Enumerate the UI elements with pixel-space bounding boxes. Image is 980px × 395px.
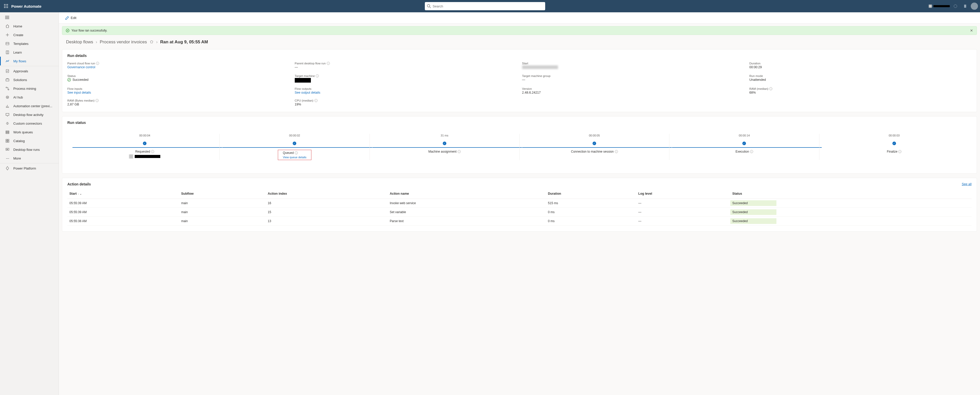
sidebar-item-work-queues[interactable]: Work queues: [0, 128, 59, 136]
sidebar-item-catalog[interactable]: Catalog: [0, 136, 59, 145]
see-all-link[interactable]: See all: [962, 182, 972, 186]
parent-cloud-link[interactable]: Governance control: [67, 66, 290, 69]
sidebar-toggle-icon[interactable]: [0, 14, 59, 22]
info-icon[interactable]: i: [615, 150, 618, 153]
help-icon[interactable]: [961, 2, 969, 10]
sidebar-item-learn[interactable]: Learn: [0, 48, 59, 57]
requester: [129, 154, 160, 158]
sidebar-item-desktop-runs[interactable]: Desktop flow runs: [0, 145, 59, 154]
sidebar-item-connectors[interactable]: Custom connectors: [0, 119, 59, 128]
detail-flow-inputs: Flow inputsSee input details: [67, 87, 290, 94]
svg-rect-5: [7, 6, 8, 6]
avatar[interactable]: [971, 3, 978, 10]
app-launcher-icon[interactable]: [2, 2, 10, 10]
info-icon[interactable]: i: [316, 74, 319, 77]
col-index[interactable]: Action index: [266, 189, 388, 199]
premium-icon: [150, 40, 154, 44]
sidebar-item-power-platform[interactable]: Power Platform: [0, 164, 59, 173]
check-dot-icon: ✓: [443, 142, 446, 145]
queue-icon: [5, 130, 10, 134]
info-icon[interactable]: i: [750, 150, 753, 153]
timeline-duration: 00:00:02: [289, 134, 300, 137]
sidebar-item-solutions[interactable]: Solutions: [0, 75, 59, 84]
solutions-icon: [5, 77, 10, 82]
banner-text: Your flow ran successfully.: [72, 29, 107, 32]
status-badge: Succeeded: [730, 209, 776, 215]
run-status-card: Run status 00:00:04 ✓Requested i00:00:02…: [62, 116, 977, 174]
sidebar-item-home[interactable]: Home: [0, 22, 59, 30]
detail-status: StatusSucceeded: [67, 74, 290, 83]
home-icon: [5, 24, 10, 29]
breadcrumb-root[interactable]: Desktop flows: [66, 40, 93, 45]
info-icon[interactable]: i: [898, 150, 901, 153]
info-icon[interactable]: i: [458, 150, 461, 153]
catalog-icon: [5, 139, 10, 143]
timeline-step: 00:00:14 ✓Execution i: [669, 134, 819, 160]
card-title: Run details: [67, 54, 972, 58]
success-banner: Your flow ran successfully. ✕: [62, 26, 977, 35]
see-input-link[interactable]: See input details: [67, 91, 290, 94]
runs-icon: [5, 147, 10, 152]
sidebar-item-label: Catalog: [13, 139, 25, 143]
sidebar-item-label: Automation center (previ...: [13, 104, 52, 108]
breadcrumb-flow[interactable]: Process vendor invoices: [100, 40, 147, 45]
check-dot-icon: ✓: [293, 142, 296, 145]
info-icon[interactable]: i: [315, 99, 318, 102]
main-content: Edit Your flow ran successfully. ✕ Deskt…: [59, 12, 980, 395]
sidebar-item-label: Templates: [13, 42, 29, 46]
sidebar-item-label: Desktop flow activity: [13, 113, 43, 117]
sidebar-item-more[interactable]: ⋯More: [0, 154, 59, 163]
sidebar-item-label: AI hub: [13, 95, 23, 99]
table-row[interactable]: 05:55:38 AM main 13 Parse text 0 ms — Su…: [67, 217, 972, 226]
detail-version: Version2.48.6.24217: [522, 87, 745, 94]
check-dot-icon: ✓: [742, 142, 746, 145]
sidebar-item-templates[interactable]: Templates: [0, 39, 59, 48]
view-queue-link[interactable]: View queue details: [283, 156, 306, 159]
timeline-label: Finalize i: [887, 150, 901, 154]
svg-rect-34: [8, 139, 9, 141]
svg-rect-23: [6, 79, 9, 81]
svg-rect-4: [6, 6, 6, 6]
col-start[interactable]: Start↓ ⌄: [67, 189, 179, 199]
col-name[interactable]: Action name: [388, 189, 546, 199]
edit-button[interactable]: Edit: [65, 16, 76, 20]
col-log[interactable]: Log level: [636, 189, 730, 199]
chevron-right-icon: ›: [96, 40, 97, 45]
info-icon[interactable]: i: [295, 151, 298, 154]
sidebar-item-my-flows[interactable]: My flows: [0, 57, 59, 66]
check-dot-icon: ✓: [892, 142, 896, 145]
svg-rect-18: [6, 42, 9, 45]
approvals-icon: [5, 69, 10, 74]
sidebar-item-approvals[interactable]: Approvals: [0, 67, 59, 75]
info-icon[interactable]: i: [96, 62, 99, 65]
svg-line-10: [430, 7, 431, 8]
col-status[interactable]: Status: [730, 189, 972, 199]
detail-flow-outputs: Flow outputsSee output details: [295, 87, 517, 94]
sidebar-item-ai-hub[interactable]: AI hub: [0, 93, 59, 102]
environment-pill[interactable]: [933, 5, 950, 7]
info-icon[interactable]: i: [769, 87, 772, 90]
sidebar-item-label: Learn: [13, 51, 22, 54]
table-row[interactable]: 05:55:39 AM main 16 Invoke web service 5…: [67, 199, 972, 208]
sort-down-icon: ↓ ⌄: [78, 192, 82, 195]
search-input[interactable]: [433, 4, 543, 8]
detail-target-machine: Target machinei: [295, 74, 517, 83]
settings-icon[interactable]: [951, 2, 959, 10]
sidebar-item-label: More: [13, 157, 21, 160]
col-subflow[interactable]: Subflow: [179, 189, 266, 199]
info-icon[interactable]: i: [95, 99, 99, 102]
timeline-step: 31 ms ✓Machine assignment i: [369, 134, 519, 160]
table-row[interactable]: 05:55:39 AM main 15 Set variable 0 ms — …: [67, 208, 972, 217]
sidebar-item-desktop-activity[interactable]: Desktop flow activity: [0, 110, 59, 119]
search-box[interactable]: [425, 2, 545, 10]
flow-icon: [5, 59, 10, 63]
close-icon[interactable]: ✕: [970, 29, 973, 33]
info-icon[interactable]: i: [327, 62, 330, 65]
sidebar-item-process-mining[interactable]: Process mining: [0, 84, 59, 93]
timeline-duration: 00:00:05: [589, 134, 600, 137]
col-duration[interactable]: Duration: [546, 189, 636, 199]
see-output-link[interactable]: See output details: [295, 91, 517, 94]
sidebar-item-create[interactable]: Create: [0, 30, 59, 39]
info-icon[interactable]: i: [151, 150, 154, 153]
sidebar-item-automation-center[interactable]: Automation center (previ...: [0, 102, 59, 110]
